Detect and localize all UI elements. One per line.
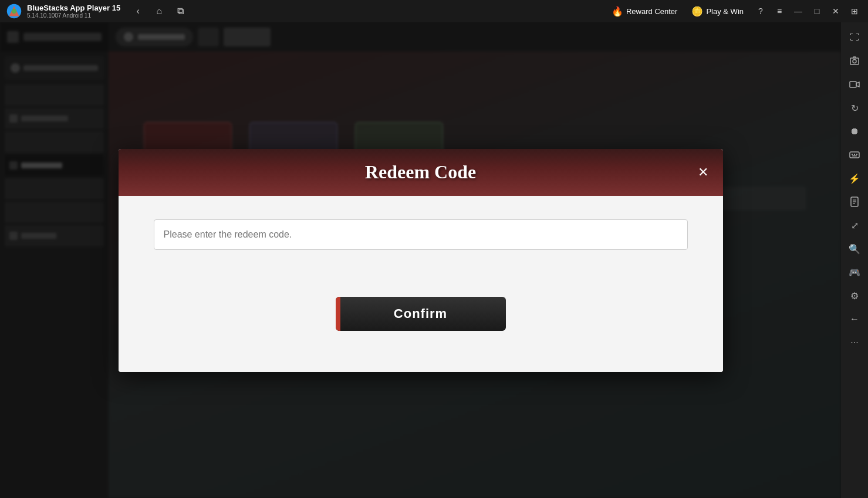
coin-icon: 🪙 [691,6,703,17]
svg-rect-10 [856,154,857,155]
collapse-icon[interactable]: ← [844,309,865,330]
expand-icon[interactable]: ⛶ [844,27,865,48]
confirm-button-accent [336,297,340,331]
restore-button[interactable]: ⊞ [846,2,863,20]
modal-overlay: Redeem Code ✕ Confirm [0,22,841,498]
gamepad-icon[interactable]: 🎮 [844,262,865,283]
minimize-button[interactable]: — [789,2,807,20]
rotate-icon[interactable]: ↻ [844,97,865,118]
play-and-win-button[interactable]: 🪙 Play & Win [685,4,749,19]
app-name: BlueStacks App Player 15 [27,4,120,13]
keymap-icon[interactable] [844,144,865,165]
tabs-button[interactable]: ⧉ [172,3,188,19]
confirm-button-label: Confirm [394,306,447,321]
app-info: BlueStacks App Player 15 5.14.10.1007 An… [27,4,120,19]
svg-point-4 [853,60,856,63]
scale-icon[interactable]: ⤢ [844,215,865,236]
help-button[interactable]: ? [752,2,769,20]
app-logo [4,1,25,22]
modal-title: Redeem Code [365,161,476,183]
flame-icon: 🔥 [612,6,623,17]
more-options-icon[interactable]: ··· [844,332,865,353]
reward-center-label: Reward Center [626,7,677,16]
window-actions: ? ≡ — □ ✕ ⊞ [752,2,863,20]
svg-point-2 [12,9,17,14]
play-win-label: Play & Win [706,7,744,16]
home-button[interactable]: ⌂ [151,3,167,19]
modal-close-button[interactable]: ✕ [693,162,714,183]
svg-rect-9 [854,154,855,155]
script-icon[interactable] [844,191,865,212]
svg-rect-8 [852,154,853,155]
title-bar: BlueStacks App Player 15 5.14.10.1007 An… [0,0,868,22]
zoom-icon[interactable]: 🔍 [844,238,865,259]
title-bar-right: 🔥 Reward Center 🪙 Play & Win ? ≡ — □ ✕ ⊞ [606,2,863,20]
menu-button[interactable]: ≡ [771,2,788,20]
app-version: 5.14.10.1007 Android 11 [27,12,120,19]
reward-center-button[interactable]: 🔥 Reward Center [606,4,683,19]
modal-header: Redeem Code ✕ [119,149,723,196]
svg-rect-5 [850,82,856,87]
close-button[interactable]: ✕ [827,2,845,20]
svg-rect-11 [852,155,857,157]
nav-buttons: ‹ ⌂ ⧉ [130,3,188,19]
svg-marker-6 [856,82,859,87]
confirm-button[interactable]: Confirm [336,297,506,331]
record-icon[interactable]: ⏺ [844,121,865,142]
redeem-code-modal: Redeem Code ✕ Confirm [119,149,723,372]
settings-icon[interactable]: ⚙ [844,285,865,306]
screenshot-icon[interactable] [844,50,865,72]
back-button[interactable]: ‹ [130,3,146,19]
right-sidebar: ⛶ ↻ ⏺ ⚡ ⤢ 🔍 🎮 ⚙ ← [841,22,868,498]
video-icon[interactable] [844,74,865,95]
svg-rect-3 [850,58,859,65]
macro-icon[interactable]: ⚡ [844,168,865,189]
maximize-button[interactable]: □ [808,2,826,20]
modal-body: Confirm [119,196,723,372]
redeem-code-input[interactable] [154,219,688,250]
